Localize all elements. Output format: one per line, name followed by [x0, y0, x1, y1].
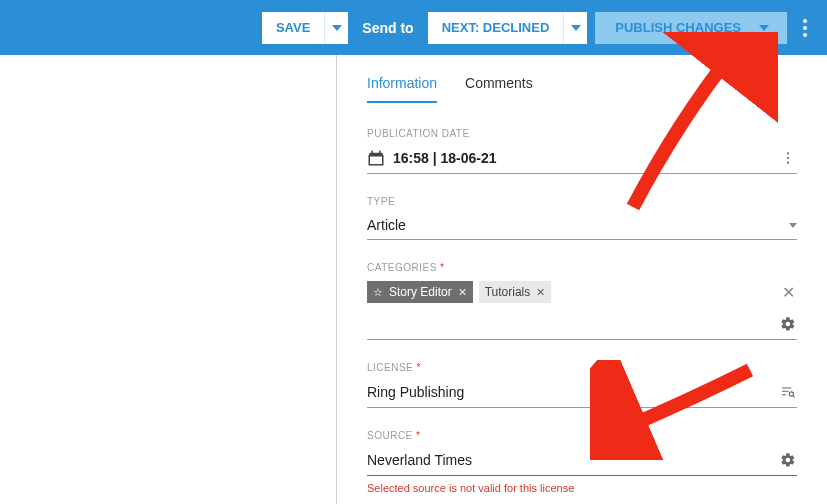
chip-label: Story Editor	[389, 285, 452, 299]
calendar-icon	[367, 149, 385, 167]
chevron-down-icon	[759, 25, 769, 31]
publication-date-label: PUBLICATION DATE	[367, 128, 797, 139]
svg-rect-1	[369, 156, 383, 165]
star-icon: ☆	[373, 286, 383, 299]
svg-rect-3	[372, 151, 374, 155]
field-publication-date: PUBLICATION DATE 16:58 | 18-06-21	[367, 128, 797, 174]
type-select[interactable]: Article	[367, 213, 797, 240]
chip-tutorials[interactable]: Tutorials ✕	[479, 281, 552, 303]
svg-line-9	[793, 396, 795, 398]
type-value: Article	[367, 217, 406, 233]
field-license: LICENSE * Ring Publishing	[367, 362, 797, 408]
source-error-text: Selected source is not valid for this li…	[367, 482, 797, 494]
chevron-down-icon	[571, 25, 581, 31]
type-label: TYPE	[367, 196, 797, 207]
license-value[interactable]: Ring Publishing	[367, 384, 464, 400]
chip-label: Tutorials	[485, 285, 531, 299]
chip-remove-button[interactable]: ✕	[536, 286, 545, 299]
next-dropdown-button[interactable]	[563, 12, 587, 44]
next-button-group: NEXT: DECLINED	[428, 12, 588, 44]
more-menu-button[interactable]	[795, 19, 815, 37]
tab-comments[interactable]: Comments	[465, 69, 533, 103]
source-label: SOURCE *	[367, 430, 797, 441]
publish-label: PUBLISH CHANGES	[615, 20, 741, 35]
publication-date-value[interactable]: 16:58 | 18-06-21	[367, 149, 497, 167]
license-filter-search-button[interactable]	[779, 383, 797, 401]
field-source: SOURCE * Neverland Times Selected source…	[367, 430, 797, 494]
publication-date-more-button[interactable]	[779, 149, 797, 167]
svg-rect-4	[379, 151, 381, 155]
main: Information Comments PUBLICATION DATE 16…	[0, 55, 827, 504]
field-type: TYPE Article	[367, 196, 797, 240]
tabs: Information Comments	[367, 69, 797, 104]
chip-remove-button[interactable]: ✕	[458, 286, 467, 299]
categories-label: CATEGORIES *	[367, 262, 797, 273]
save-button[interactable]: SAVE	[262, 12, 324, 44]
source-value[interactable]: Neverland Times	[367, 452, 472, 468]
chip-story-editor[interactable]: ☆ Story Editor ✕	[367, 281, 473, 303]
publish-changes-button[interactable]: PUBLISH CHANGES	[595, 12, 787, 44]
license-label: LICENSE *	[367, 362, 797, 373]
properties-panel: Information Comments PUBLICATION DATE 16…	[337, 55, 827, 504]
categories-clear-button[interactable]: ✕	[779, 283, 797, 301]
source-settings-button[interactable]	[779, 451, 797, 469]
publication-date-text: 16:58 | 18-06-21	[393, 150, 497, 166]
field-categories: CATEGORIES * ☆ Story Editor ✕ Tutorials …	[367, 262, 797, 340]
chevron-down-icon	[789, 223, 797, 228]
next-declined-button[interactable]: NEXT: DECLINED	[428, 12, 564, 44]
categories-settings-button[interactable]	[779, 315, 797, 333]
topbar: SAVE Send to NEXT: DECLINED PUBLISH CHAN…	[0, 0, 827, 55]
svg-point-6	[787, 157, 789, 159]
left-pane	[0, 55, 337, 504]
svg-point-5	[787, 152, 789, 154]
chevron-down-icon	[332, 25, 342, 31]
svg-point-8	[789, 392, 793, 396]
tab-information[interactable]: Information	[367, 69, 437, 103]
save-dropdown-button[interactable]	[324, 12, 348, 44]
svg-point-7	[787, 162, 789, 164]
categories-chips: ☆ Story Editor ✕ Tutorials ✕	[367, 281, 551, 303]
save-button-group: SAVE	[262, 12, 348, 44]
send-to-label: Send to	[362, 20, 413, 36]
